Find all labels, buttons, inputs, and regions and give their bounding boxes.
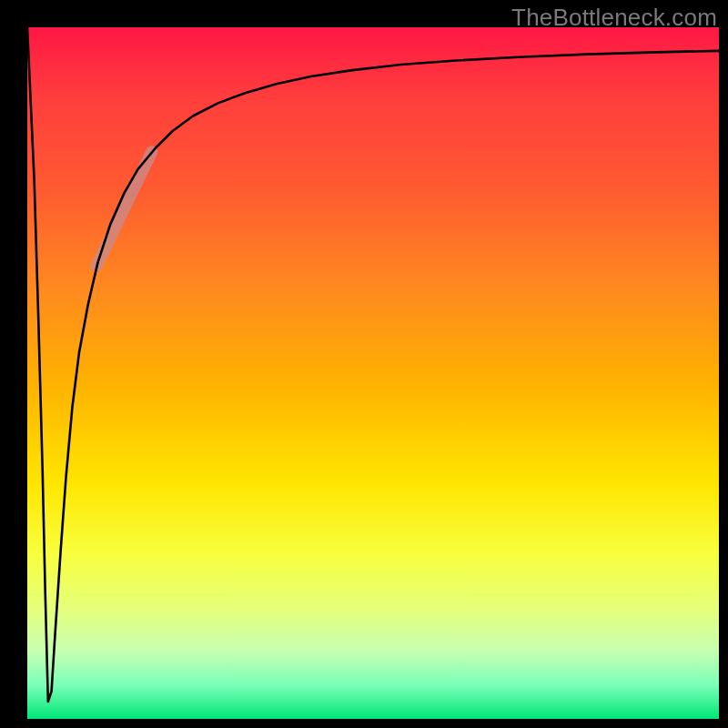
watermark-label: TheBottleneck.com	[511, 4, 717, 32]
highlight-band	[96, 152, 152, 266]
plot-area	[27, 27, 719, 719]
chart-container: TheBottleneck.com	[0, 0, 728, 728]
curve-layer	[27, 27, 719, 719]
main-curve	[27, 27, 719, 702]
